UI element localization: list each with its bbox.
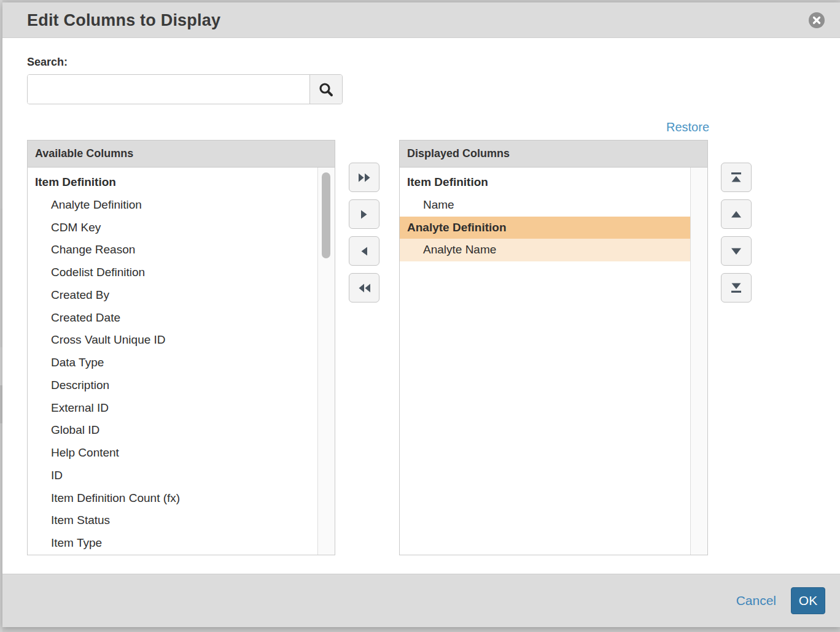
move-all-right-icon [358,173,371,182]
column-item-row[interactable]: Item Status [28,509,317,532]
column-item-row[interactable]: CDM Key [28,217,317,239]
column-item-row[interactable]: Data Type [28,352,317,374]
close-button[interactable] [809,12,825,28]
column-item-row[interactable]: Analyte Name [400,239,690,261]
close-icon [812,16,821,25]
move-down-button[interactable] [721,236,752,266]
column-item-row[interactable]: Description [28,374,317,397]
move-to-bottom-icon [731,283,742,293]
available-list: Item DefinitionAnalyte DefinitionCDM Key… [28,168,317,555]
move-all-left-icon [358,283,371,293]
available-scrollbar[interactable] [317,168,335,555]
restore-link[interactable]: Restore [666,120,709,134]
column-item-row[interactable]: Created Date [28,307,317,329]
move-down-icon [731,248,742,255]
displayed-columns-panel: Displayed Columns Item DefinitionNameAna… [399,140,708,555]
column-item-row[interactable]: Cross Vault Unique ID [28,329,317,352]
displayed-columns-header: Displayed Columns [400,141,707,168]
move-to-bottom-button[interactable] [721,273,752,303]
column-item-row[interactable]: ID [28,464,317,487]
column-item-row[interactable]: Created By [28,284,317,307]
dialog-title: Edit Columns to Display [27,11,220,30]
available-columns-panel: Available Columns Item DefinitionAnalyte… [27,140,335,555]
column-item-row[interactable]: Help Content [28,442,317,464]
move-up-button[interactable] [721,199,752,229]
search-icon [318,82,334,98]
available-columns-header: Available Columns [28,141,335,168]
move-all-right-button[interactable] [349,163,379,192]
move-to-top-icon [731,172,742,182]
column-item-row[interactable]: Item Definition Count (fx) [28,487,317,510]
move-up-icon [731,211,742,218]
displayed-scrollbar[interactable] [690,168,707,555]
move-all-left-button[interactable] [349,273,379,303]
move-right-icon [360,210,368,219]
move-to-top-button[interactable] [721,163,752,192]
move-left-button[interactable] [349,236,379,266]
displayed-list: Item DefinitionNameAnalyte DefinitionAna… [400,168,690,555]
column-item-row[interactable]: Change Reason [28,239,317,261]
column-item-row[interactable]: External ID [28,397,317,420]
search-widget [27,74,343,104]
edit-columns-dialog: Edit Columns to Display Search: Restore … [2,2,840,627]
column-item-row[interactable]: Item Type [28,532,317,555]
available-scrollbar-thumb[interactable] [322,172,330,258]
dialog-footer: Cancel OK [2,574,840,627]
search-button[interactable] [309,75,342,104]
ok-button[interactable]: OK [791,587,825,614]
move-left-icon [360,247,368,256]
dialog-header: Edit Columns to Display [2,2,840,38]
column-group-row[interactable]: Analyte Definition [400,217,690,239]
move-right-button[interactable] [349,199,379,229]
cancel-button[interactable]: Cancel [736,593,776,608]
column-item-row[interactable]: Global ID [28,419,317,442]
column-group-row[interactable]: Item Definition [28,171,317,194]
search-label: Search: [27,56,68,69]
search-input[interactable] [28,75,309,104]
column-item-row[interactable]: Codelist Definition [28,261,317,284]
column-group-row[interactable]: Item Definition [400,171,690,194]
column-item-row[interactable]: Name [400,194,690,217]
column-item-row[interactable]: Analyte Definition [28,194,317,217]
